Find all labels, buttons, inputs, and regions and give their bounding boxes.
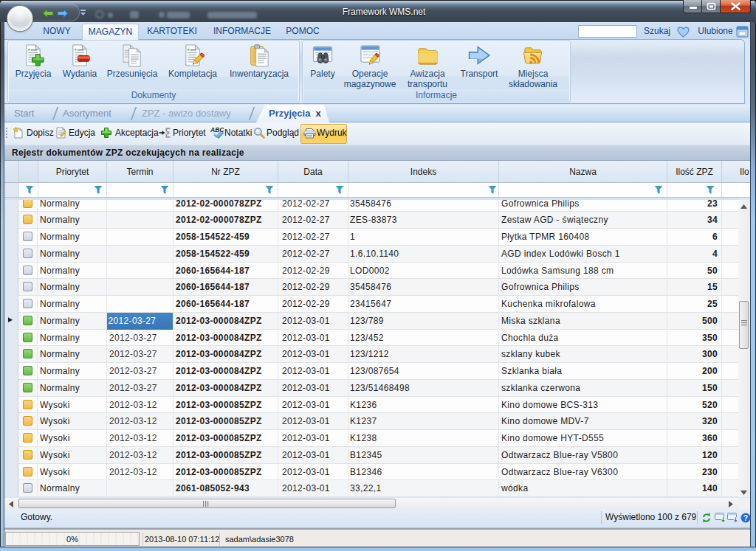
- svg-text:?: ?: [743, 514, 748, 522]
- svg-text:ABC: ABC: [210, 126, 224, 134]
